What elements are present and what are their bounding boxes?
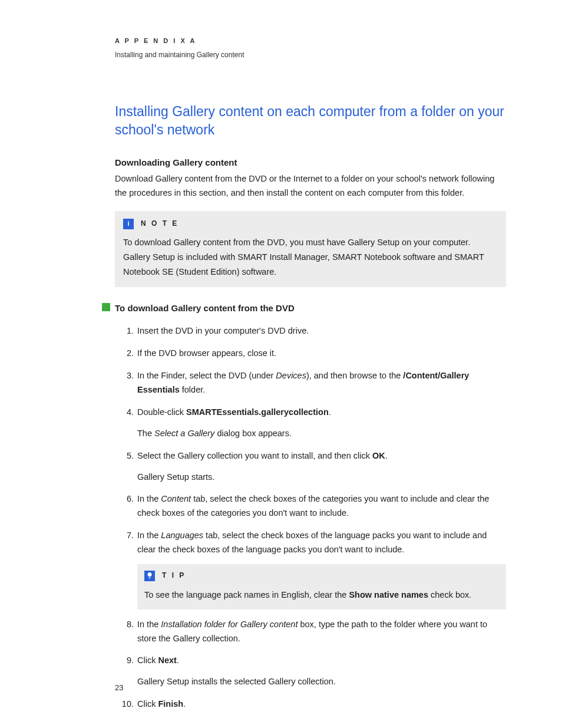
lightbulb-icon [144,571,155,581]
step-bold: OK [372,451,385,460]
step-sub: The Select a Gallery dialog box appears. [137,427,506,441]
step-bold: SMARTEssentials.gallerycollection [186,407,329,417]
step-text: . [329,407,331,417]
step-text: If the DVD browser appears, close it. [137,348,276,358]
note-body: To download Gallery content from the DVD… [123,235,498,279]
step-text: Click [137,655,158,665]
step-text: Select the Gallery collection you want t… [137,451,372,460]
step-emphasis: Devices [276,371,306,380]
header-subtitle: Installing and maintaining Gallery conte… [115,50,506,61]
step-text: Insert the DVD in your computer's DVD dr… [137,326,309,335]
step-bold: Next [158,655,176,665]
tip-head: T I P [144,570,499,582]
page-number: 23 [115,681,123,694]
page-title: Installing Gallery content on each compu… [115,103,506,139]
step-4: 4.Double-click SMARTEssentials.galleryco… [137,406,506,441]
step-text: In the [137,531,161,540]
step-text: Click [137,699,158,709]
step-5: 5.Select the Gallery collection you want… [137,449,506,485]
procedure-title: To download Gallery content from the DVD [115,301,506,316]
step-text: . [177,655,179,665]
step-7: 7.In the Languages tab, select the check… [137,529,506,609]
step-text: In the [137,494,161,503]
tip-bold: Show native names [349,590,428,599]
step-8: 8.In the Installation folder for Gallery… [137,618,506,646]
step-text: Double-click [137,407,186,417]
appendix-label: A P P E N D I X A [115,35,506,46]
step-emphasis: Content [161,494,191,503]
step-text: . [183,699,186,709]
step-text: folder. [180,385,206,394]
step-sub: Gallery Setup starts. [137,470,506,485]
subsection-title: Downloading Gallery content [115,156,506,170]
step-text: . [385,451,388,460]
tip-callout: T I P To see the language pack names in … [137,564,506,609]
intro-paragraph: Download Gallery content from the DVD or… [115,172,506,200]
step-6: 6.In the Content tab, select the check b… [137,492,506,521]
step-2: 2.If the DVD browser appears, close it. [137,347,506,361]
step-emphasis: Select a Gallery [154,429,214,438]
step-emphasis: Installation folder for Gallery content [161,620,297,629]
step-emphasis: Languages [161,531,203,540]
page-header: A P P E N D I X A Installing and maintai… [115,35,506,61]
step-10: 10.Click Finish. [137,697,506,711]
note-head: i N O T E [123,218,498,230]
step-bold: Finish [158,699,183,709]
tip-body: To see the language pack names in Englis… [144,588,499,602]
step-text: In the Finder, select the DVD (under [137,371,276,380]
step-1: 1.Insert the DVD in your computer's DVD … [137,324,506,338]
step-text: ), and then browse to the [306,371,403,380]
step-sub: Gallery Setup installs the selected Gall… [137,675,506,689]
procedure-steps: 1.Insert the DVD in your computer's DVD … [115,324,506,711]
info-icon: i [123,219,134,229]
note-label: N O T E [141,218,178,230]
step-text: In the [137,620,161,629]
step-3: 3.In the Finder, select the DVD (under D… [137,369,506,397]
tip-label: T I P [162,570,186,582]
step-9: 9.Click Next. Gallery Setup installs the… [137,654,506,689]
note-callout: i N O T E To download Gallery content fr… [115,211,506,288]
